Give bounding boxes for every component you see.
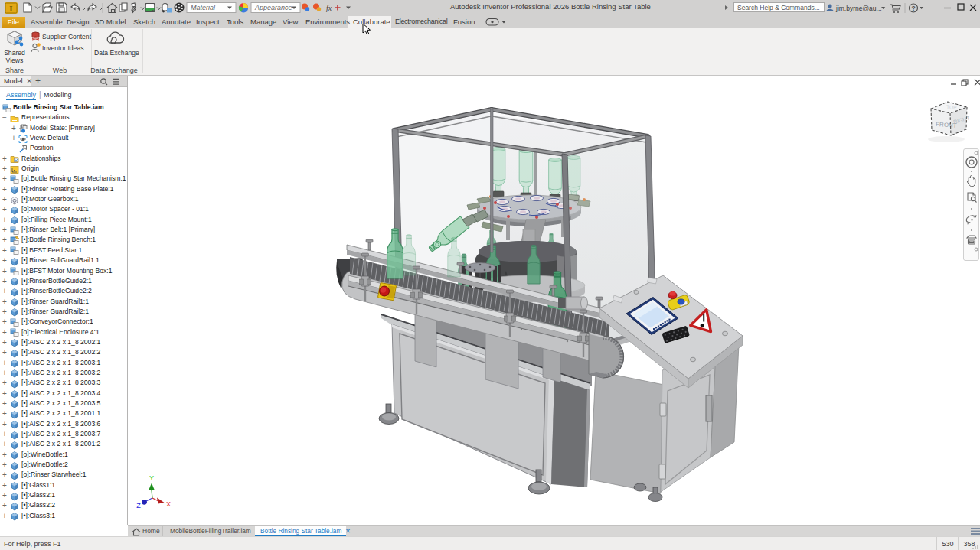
svg-text:TOP: TOP	[946, 104, 957, 110]
svg-text:Z: Z	[136, 502, 141, 509]
svg-text:?: ?	[911, 5, 915, 12]
svg-text:Appearance: Appearance	[254, 4, 292, 11]
svg-text:Material: Material	[191, 4, 216, 11]
svg-text:I: I	[9, 4, 12, 13]
svg-text:fx: fx	[326, 4, 332, 12]
svg-text:jim.byrne@au...: jim.byrne@au...	[835, 5, 882, 12]
svg-text:Y: Y	[149, 474, 154, 482]
svg-text:X: X	[166, 500, 171, 508]
